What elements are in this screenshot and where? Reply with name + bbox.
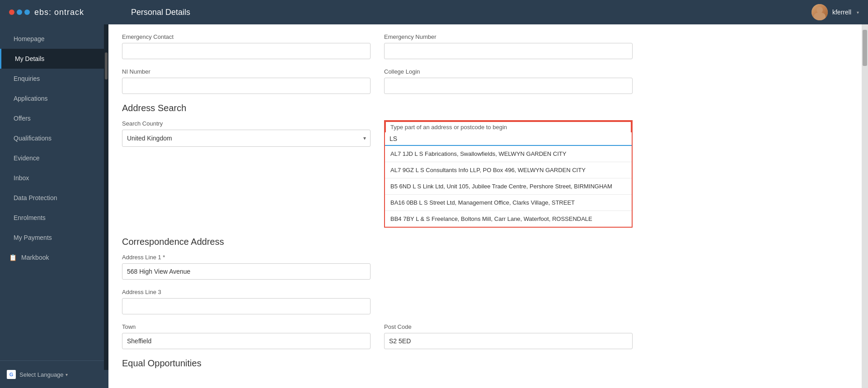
sidebar: Homepage My Details Enquiries Applicatio… [0, 24, 108, 388]
address-option-4[interactable]: BB4 7BY L & S Freelance, Boltons Mill, C… [385, 211, 632, 227]
logo-dot-1 [9, 9, 14, 15]
address-option-1[interactable]: AL7 9GZ L S Consultants Info LLP, PO Box… [385, 162, 632, 178]
postcode-group: Post Code [384, 323, 633, 349]
emergency-number-group: Emergency Number [384, 33, 633, 59]
emergency-contact-group: Emergency Contact [122, 33, 371, 59]
address-search-title: Address Search [122, 103, 633, 113]
address-line1-input[interactable] [122, 263, 371, 280]
logo-text: ebs: ontrack [34, 8, 84, 17]
address-option-3[interactable]: BA16 0BB L S Street Ltd, Management Offi… [385, 195, 632, 211]
avatar-image [812, 4, 828, 20]
logo-dot-3 [24, 9, 30, 15]
search-country-select[interactable]: United Kingdom [122, 130, 371, 147]
address-line3-label: Address Line 3 [122, 289, 371, 295]
address-line1-label: Address Line 1 * [122, 254, 371, 261]
language-select-label: Select Language [19, 371, 64, 378]
sidebar-item-markbook[interactable]: 📋 Markbook [0, 248, 108, 267]
logo-area: ebs: ontrack [9, 8, 84, 17]
search-country-group: Search Country United Kingdom ▾ [122, 120, 371, 147]
sidebar-item-enrolments[interactable]: Enrolments [0, 208, 108, 228]
address-line3-row: Address Line 3 [122, 289, 633, 314]
correspondence-title: Correspondence Address [122, 237, 633, 247]
sidebar-item-inbox[interactable]: Inbox [0, 168, 108, 188]
ni-number-label: NI Number [122, 68, 371, 75]
college-login-label: College Login [384, 68, 633, 75]
town-label: Town [122, 323, 371, 330]
language-select[interactable]: G Select Language ▾ [0, 365, 108, 383]
content-area: Emergency Contact Emergency Number NI Nu… [108, 24, 868, 388]
sidebar-item-homepage[interactable]: Homepage [0, 29, 108, 49]
content-scrollbar-thumb [863, 30, 867, 66]
sidebar-item-qualifications[interactable]: Qualifications [0, 128, 108, 148]
postcode-input[interactable] [384, 333, 633, 349]
college-login-input[interactable] [384, 78, 633, 94]
address-search-group: Type part of an address or postcode to b… [384, 120, 633, 228]
address-search-prompt: Type part of an address or postcode to b… [385, 121, 632, 132]
address-option-2[interactable]: B5 6ND L S Link Ltd, Unit 105, Jubilee T… [385, 178, 632, 195]
town-group: Town [122, 323, 371, 349]
sidebar-label-evidence: Evidence [14, 154, 40, 162]
sidebar-label-qualifications: Qualifications [14, 135, 52, 142]
sidebar-label-markbook: Markbook [21, 254, 49, 261]
sidebar-item-data-protection[interactable]: Data Protection [0, 188, 108, 208]
address-line1-row: Address Line 1 * [122, 254, 633, 280]
address-line3-input[interactable] [122, 298, 371, 314]
sidebar-label-enquiries: Enquiries [14, 75, 40, 82]
sidebar-nav: Homepage My Details Enquiries Applicatio… [0, 24, 108, 360]
address-search-dropdown: AL7 1JD L S Fabrications, Swallowfields,… [384, 146, 633, 228]
content-scrollbar[interactable] [862, 24, 868, 388]
logo-dots [9, 9, 30, 15]
address-option-0[interactable]: AL7 1JD L S Fabrications, Swallowfields,… [385, 146, 632, 162]
address-search-row: Search Country United Kingdom ▾ Type par… [122, 120, 633, 228]
sidebar-item-enquiries[interactable]: Enquiries [0, 69, 108, 89]
equal-opportunities-title: Equal Opportunities [122, 358, 633, 369]
address-search-input-wrapper: Type part of an address or postcode to b… [384, 120, 633, 146]
ni-number-group: NI Number [122, 68, 371, 94]
sidebar-item-my-details[interactable]: My Details [0, 49, 108, 69]
top-header: ebs: ontrack Personal Details kferrell ▾ [0, 0, 868, 24]
emergency-number-input[interactable] [384, 43, 633, 59]
main-layout: Homepage My Details Enquiries Applicatio… [0, 24, 868, 388]
logo-dot-2 [17, 9, 22, 15]
sidebar-item-offers[interactable]: Offers [0, 108, 108, 128]
content-inner: Emergency Contact Emergency Number NI Nu… [108, 24, 651, 378]
sidebar-label-enrolments: Enrolments [14, 214, 46, 221]
user-area[interactable]: kferrell ▾ [812, 4, 859, 20]
page-title: Personal Details [131, 8, 190, 17]
address-line3-group: Address Line 3 [122, 289, 371, 314]
address-search-input[interactable] [385, 132, 632, 146]
username-label: kferrell [832, 9, 851, 16]
sidebar-scrollbar[interactable] [104, 24, 108, 370]
ni-college-row: NI Number College Login [122, 68, 633, 94]
sidebar-item-my-payments[interactable]: My Payments [0, 228, 108, 248]
emergency-row: Emergency Contact Emergency Number [122, 33, 633, 59]
emergency-number-label: Emergency Number [384, 33, 633, 40]
emergency-contact-input[interactable] [122, 43, 371, 59]
address-right-spacer [384, 254, 633, 280]
town-postcode-row: Town Post Code [122, 323, 633, 349]
sidebar-scrollbar-thumb [105, 52, 108, 79]
emergency-contact-label: Emergency Contact [122, 33, 371, 40]
postcode-label: Post Code [384, 323, 633, 330]
address-line3-right-spacer [384, 289, 633, 314]
sidebar-item-evidence[interactable]: Evidence [0, 148, 108, 168]
sidebar-item-applications[interactable]: Applications [0, 89, 108, 108]
sidebar-label-homepage: Homepage [14, 35, 45, 42]
language-dropdown-arrow: ▾ [66, 372, 68, 377]
sidebar-bottom: G Select Language ▾ [0, 360, 108, 388]
search-country-label: Search Country [122, 120, 371, 127]
college-login-group: College Login [384, 68, 633, 94]
user-dropdown-arrow[interactable]: ▾ [857, 10, 859, 15]
address-line1-group: Address Line 1 * [122, 254, 371, 280]
google-icon: G [7, 370, 16, 379]
ni-number-input[interactable] [122, 78, 371, 94]
sidebar-label-my-payments: My Payments [14, 234, 52, 241]
sidebar-label-data-protection: Data Protection [14, 194, 57, 201]
search-country-select-wrapper: United Kingdom ▾ [122, 130, 371, 147]
markbook-icon: 📋 [9, 254, 17, 261]
town-input[interactable] [122, 333, 371, 349]
sidebar-label-applications: Applications [14, 95, 48, 102]
correspondence-section: Correspondence Address Address Line 1 * … [122, 237, 633, 314]
sidebar-label-inbox: Inbox [14, 174, 29, 182]
sidebar-label-my-details: My Details [15, 55, 44, 62]
